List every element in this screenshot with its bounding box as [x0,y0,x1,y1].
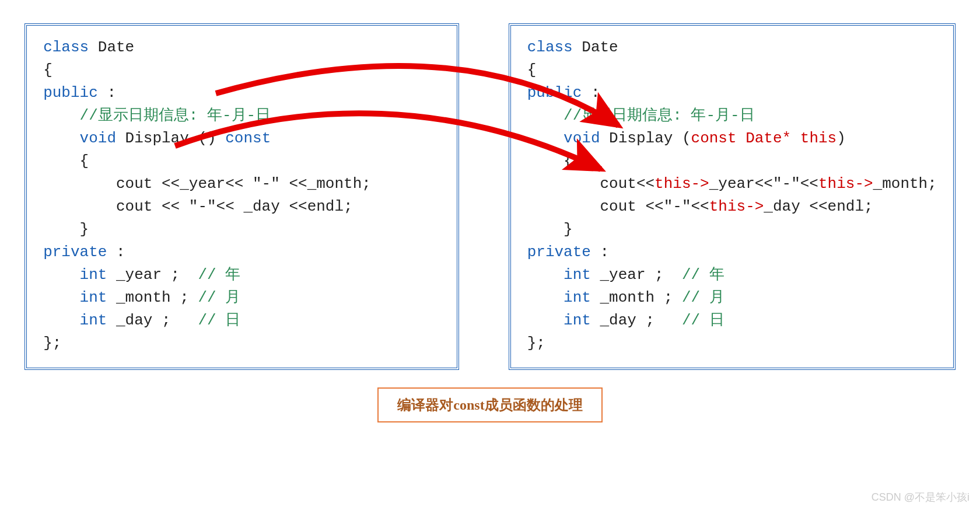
comment-line: //显示日期信息: 年-月-日 [43,107,271,124]
kw-public: public [527,84,582,102]
class-name: Date [89,39,134,56]
kw-private: private [527,243,591,261]
caption-label: 编译器对const成员函数的处理 [377,387,602,422]
class-name: Date [573,39,618,56]
cout-line: cout << "-"<< _day <<endl; [43,198,353,215]
kw-int: int [80,266,107,284]
comment-day: // 日 [682,312,724,329]
kw-class: class [43,39,89,56]
kw-int: int [80,289,107,306]
kw-int: int [80,312,107,329]
kw-private: private [43,243,107,261]
const-this-param: const Date* this [691,130,837,147]
kw-int: int [564,289,591,306]
comment-line: //显示日期信息: 年-月-日 [527,107,755,124]
this-ptr: this-> [709,198,764,215]
kw-int: int [564,266,591,284]
brace-open: { [43,61,52,79]
kw-public: public [43,84,98,102]
comment-day: // 日 [198,312,240,329]
this-ptr: this-> [818,175,873,193]
comment-month: // 月 [198,289,240,306]
brace-close: }; [43,334,61,352]
func-sig: Display () [116,130,225,147]
kw-int: int [564,312,591,329]
comment-month: // 月 [682,289,724,306]
watermark-text: CSDN @不是笨小孩i [872,490,970,504]
right-code-box: class Date { public : //显示日期信息: 年-月-日 vo… [509,23,956,370]
comment-year: // 年 [198,266,240,284]
kw-const: const [225,130,271,147]
comment-year: // 年 [682,266,724,284]
diagram-container: class Date { public : //显示日期信息: 年-月-日 vo… [18,23,963,370]
left-code-box: class Date { public : //显示日期信息: 年-月-日 vo… [24,23,459,370]
kw-void: void [80,130,116,147]
kw-class: class [527,39,573,56]
cout-line: cout <<_year<< "-" <<_month; [43,175,371,193]
this-ptr: this-> [654,175,709,193]
kw-void: void [564,130,600,147]
